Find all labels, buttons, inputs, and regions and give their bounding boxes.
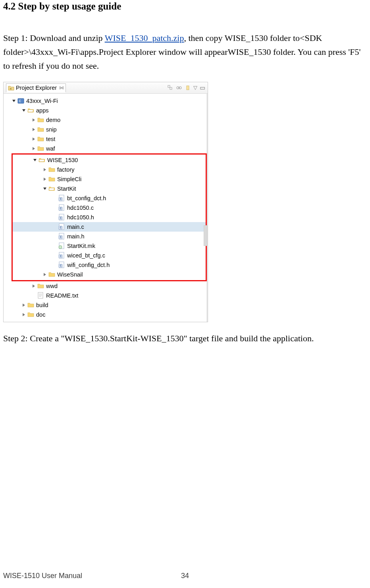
tree-label: main.h — [66, 233, 85, 240]
folder-icon — [37, 126, 44, 133]
patch-zip-link[interactable]: WISE_1530_patch.zip — [105, 33, 184, 43]
tree-item-apps[interactable]: apps — [12, 106, 207, 115]
collapse-all-icon[interactable] — [167, 85, 173, 91]
folder-icon — [48, 176, 55, 182]
c-file-icon: c — [58, 214, 65, 220]
chevron-right-icon[interactable] — [31, 137, 36, 141]
svg-text:c: c — [60, 235, 62, 239]
nav-folder-icon — [8, 85, 14, 91]
svg-text:c: c — [60, 216, 62, 220]
tree-item[interactable]: test — [12, 134, 207, 144]
tree-item-file[interactable]: cwifi_config_dct.h — [13, 260, 206, 270]
scrollbar-thumb[interactable] — [204, 225, 207, 246]
tree-item-startkit[interactable]: StartKit — [13, 184, 206, 193]
tree-item-file[interactable]: StartKit.mk — [13, 241, 206, 251]
tree-item-wise1530[interactable]: WISE_1530 — [13, 155, 206, 165]
footer-page-number: 34 — [169, 572, 201, 580]
folder-icon — [27, 311, 34, 318]
mk-file-icon — [58, 242, 65, 249]
tree-item[interactable]: build — [12, 300, 207, 310]
folder-open-icon — [39, 157, 45, 163]
tree-label: StartKit.mk — [66, 243, 95, 249]
view-menu-icon[interactable]: ▽ — [193, 85, 197, 91]
tree-item-root[interactable]: c 43xxx_Wi-Fi — [12, 96, 207, 106]
svg-text:c: c — [60, 254, 62, 258]
tree-item[interactable]: WiseSnail — [13, 270, 206, 279]
chevron-right-icon[interactable] — [42, 272, 47, 277]
tree-item-file[interactable]: chdc1050.h — [13, 213, 206, 222]
chevron-right-icon[interactable] — [21, 303, 26, 308]
focus-icon[interactable] — [185, 85, 191, 91]
chevron-down-icon[interactable] — [42, 186, 47, 191]
tree-label: WISE_1530 — [46, 157, 78, 163]
tree-item[interactable]: wwd — [12, 281, 207, 291]
tree-label: wifi_config_dct.h — [66, 262, 110, 268]
page-footer: WISE-1510 User Manual 34 — [3, 572, 367, 580]
chevron-right-icon[interactable] — [31, 118, 36, 122]
chevron-down-icon[interactable] — [21, 108, 26, 113]
chevron-right-icon[interactable] — [42, 177, 47, 182]
tree-label: doc — [35, 311, 45, 318]
link-with-editor-icon[interactable] — [176, 85, 182, 91]
folder-open-icon — [48, 185, 55, 192]
tree-label: test — [45, 136, 55, 142]
tree-item-file[interactable]: cwiced_bt_cfg.c — [13, 251, 206, 260]
svg-text:c: c — [60, 197, 62, 201]
svg-rect-5 — [187, 86, 189, 90]
tree-item[interactable]: doc — [12, 310, 207, 319]
svg-rect-1 — [170, 87, 172, 89]
tree-label: bt_config_dct.h — [66, 195, 106, 201]
tree-label: WiseSnail — [56, 271, 83, 278]
project-explorer-panel: Project Explorer ⋈ ▽ ▭ c 43xxx_Wi-Fi app… — [3, 82, 208, 322]
tab-pin-icon[interactable]: ⋈ — [59, 85, 64, 91]
c-file-icon: c — [58, 195, 65, 201]
tree-item-file[interactable]: cbt_config_dct.h — [13, 193, 206, 203]
folder-open-icon — [27, 107, 34, 114]
tree-label: snip — [45, 126, 57, 133]
minimize-icon[interactable]: ▭ — [200, 84, 205, 91]
chevron-right-icon[interactable] — [42, 167, 47, 172]
chevron-right-icon[interactable] — [31, 146, 36, 151]
folder-icon — [37, 145, 44, 152]
tree-item-file-selected[interactable]: cmain.c — [13, 222, 206, 232]
svg-text:c: c — [60, 206, 62, 210]
tree-label: 43xxx_Wi-Fi — [25, 98, 58, 104]
tree-item[interactable]: demo — [12, 115, 207, 125]
c-file-icon: c — [58, 233, 65, 240]
text-file-icon — [37, 292, 44, 299]
tree-label: SimpleCli — [56, 176, 81, 182]
tree-item-file[interactable]: cmain.h — [13, 232, 206, 241]
chevron-down-icon[interactable] — [12, 99, 16, 103]
tree-label: waf — [45, 145, 55, 152]
folder-icon — [48, 166, 55, 173]
folder-icon — [48, 271, 55, 278]
chevron-right-icon[interactable] — [31, 127, 36, 132]
project-explorer-tab-label: Project Explorer — [16, 85, 57, 91]
svg-text:c: c — [60, 263, 62, 267]
chevron-right-icon[interactable] — [31, 284, 36, 288]
project-icon: c — [17, 97, 24, 104]
tree-label: main.c — [66, 224, 84, 230]
c-file-icon: c — [58, 204, 65, 211]
tree-label: demo — [45, 117, 60, 123]
tree-label: README.txt — [45, 292, 78, 299]
tree-item-file[interactable]: README.txt — [12, 291, 207, 300]
project-explorer-tab[interactable]: Project Explorer ⋈ — [6, 83, 66, 93]
folder-icon — [37, 135, 44, 142]
footer-doc-title: WISE-1510 User Manual — [3, 572, 82, 580]
step2-paragraph: Step 2: Create a "WISE_1530.StartKit-WIS… — [3, 333, 367, 344]
tree-item[interactable]: waf — [12, 144, 207, 153]
svg-text:c: c — [19, 99, 21, 103]
chevron-down-icon[interactable] — [33, 158, 37, 162]
section-heading: 4.2 Step by step usage guide — [3, 0, 367, 12]
chevron-right-icon[interactable] — [21, 312, 26, 317]
tree-label: hdc1050.h — [66, 214, 94, 220]
c-file-icon: c — [58, 252, 65, 259]
tree-item-file[interactable]: chdc1050.c — [13, 203, 206, 213]
tree-item[interactable]: SimpleCli — [13, 174, 206, 184]
highlighted-region: WISE_1530 factory SimpleCli StartKit cbt… — [12, 153, 207, 281]
tree-item[interactable]: factory — [13, 165, 206, 174]
tree-item[interactable]: snip — [12, 125, 207, 134]
folder-icon — [37, 116, 44, 123]
svg-point-24 — [59, 246, 62, 249]
